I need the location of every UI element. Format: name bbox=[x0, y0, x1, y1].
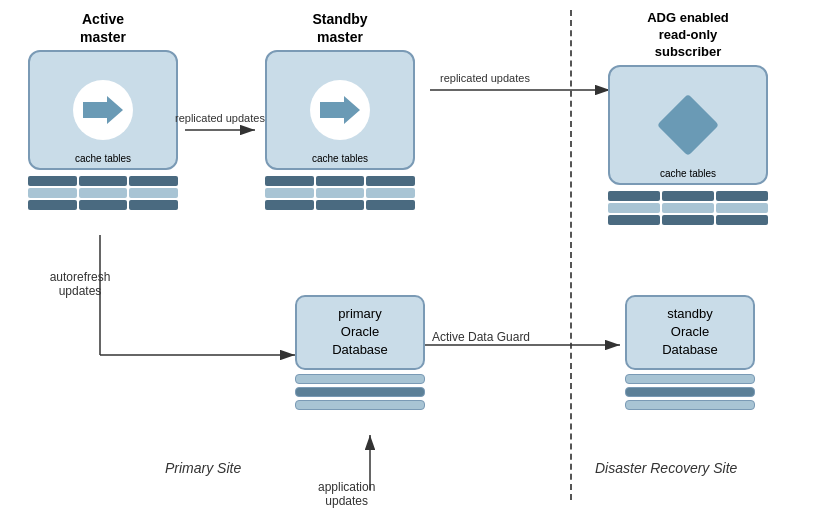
application-updates-label: application updates bbox=[318, 480, 375, 508]
diagram: Active master cache tables bbox=[0, 0, 832, 527]
primary-oracle-body: primary Oracle Database bbox=[295, 295, 425, 370]
adg-subscriber-title: ADG enabled read-only subscriber bbox=[608, 10, 768, 61]
autorefresh-label: autorefresh updates bbox=[20, 270, 140, 298]
replicated-updates-label-2: replicated updates bbox=[440, 72, 530, 84]
adg-subscriber-box: cache tables bbox=[608, 65, 768, 185]
cell-light bbox=[28, 188, 77, 198]
cell-dark bbox=[129, 176, 178, 186]
right-arrow-icon bbox=[83, 94, 123, 126]
adg-subscriber-body: cache tables bbox=[608, 65, 768, 225]
svg-marker-9 bbox=[320, 96, 360, 124]
adg-subscriber-node: ADG enabled read-only subscriber cache t… bbox=[608, 10, 768, 225]
primary-site-label: Primary Site bbox=[165, 460, 241, 476]
standby-master-circle bbox=[310, 80, 370, 140]
primary-oracle-rows bbox=[295, 374, 425, 410]
cache-label-1: cache tables bbox=[75, 153, 131, 164]
active-master-node: Active master cache tables bbox=[28, 10, 178, 210]
cache-label-2: cache tables bbox=[312, 153, 368, 164]
row-1 bbox=[28, 176, 178, 186]
adg-table-rows bbox=[608, 189, 768, 225]
row-2 bbox=[28, 188, 178, 198]
cell-dark bbox=[28, 176, 77, 186]
active-master-table-rows bbox=[28, 174, 178, 210]
standby-master-box: cache tables bbox=[265, 50, 415, 170]
active-master-circle bbox=[73, 80, 133, 140]
cell-dark bbox=[28, 200, 77, 210]
primary-oracle-node: primary Oracle Database bbox=[295, 295, 425, 410]
standby-master-body: cache tables bbox=[265, 50, 415, 210]
cell-light bbox=[79, 188, 128, 198]
standby-master-table-rows bbox=[265, 174, 415, 210]
cell-dark bbox=[79, 200, 128, 210]
cache-label-3: cache tables bbox=[660, 168, 716, 179]
active-data-guard-label: Active Data Guard bbox=[432, 330, 530, 344]
standby-oracle-node: standby Oracle Database bbox=[625, 295, 755, 410]
active-master-box: cache tables bbox=[28, 50, 178, 170]
active-master-body: cache tables bbox=[28, 50, 178, 210]
active-master-title: Active master bbox=[28, 10, 178, 46]
svg-marker-8 bbox=[83, 96, 123, 124]
right-arrow-icon-2 bbox=[320, 94, 360, 126]
cell-dark bbox=[79, 176, 128, 186]
standby-master-node: Standby master cache tables bbox=[265, 10, 415, 210]
cell-light bbox=[129, 188, 178, 198]
standby-oracle-rows bbox=[625, 374, 755, 410]
row-3 bbox=[28, 200, 178, 210]
standby-master-title: Standby master bbox=[265, 10, 415, 46]
diamond-icon bbox=[657, 94, 719, 156]
replicated-updates-label-1: replicated updates bbox=[175, 112, 265, 124]
disaster-recovery-site-label: Disaster Recovery Site bbox=[595, 460, 737, 476]
standby-oracle-body: standby Oracle Database bbox=[625, 295, 755, 370]
dashed-divider bbox=[570, 10, 572, 500]
cell-dark bbox=[129, 200, 178, 210]
